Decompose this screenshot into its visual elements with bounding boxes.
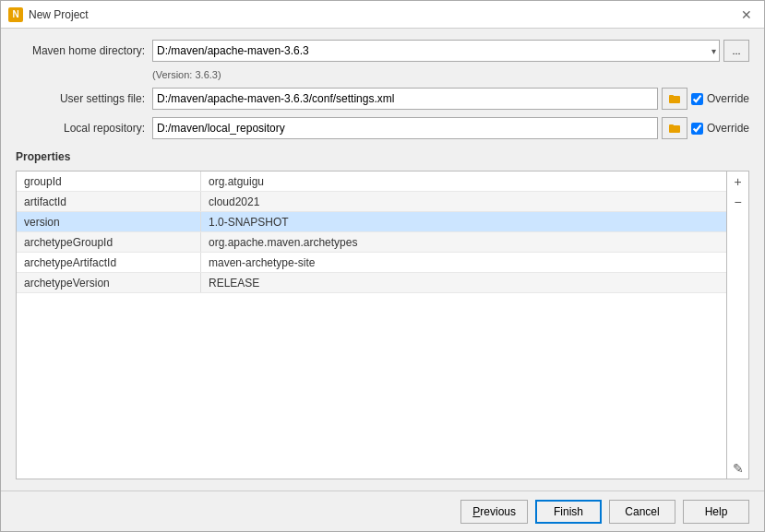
user-settings-override-label: Override [691, 92, 749, 105]
maven-home-select[interactable]: D:/maven/apache-maven-3.6.3 [152, 40, 720, 62]
properties-section-title: Properties [16, 150, 749, 163]
table-row[interactable]: groupId org.atguigu [17, 171, 726, 192]
folder-icon [668, 92, 681, 105]
table-row[interactable]: artifactId cloud2021 [17, 192, 726, 212]
previous-button[interactable]: Previous [460, 500, 528, 524]
property-key: archetypeArtifactId [17, 253, 201, 272]
user-settings-input[interactable] [152, 88, 658, 110]
user-settings-label: User settings file: [16, 92, 145, 105]
help-button[interactable]: Help [683, 500, 749, 524]
title-bar-left: N New Project [8, 7, 89, 22]
property-key: archetypeGroupId [17, 232, 201, 252]
property-value: cloud2021 [201, 192, 726, 211]
local-repo-browse-button[interactable] [662, 117, 687, 139]
table-row[interactable]: archetypeArtifactId maven-archetype-site [17, 253, 726, 273]
maven-version-hint: (Version: 3.6.3) [152, 69, 749, 80]
local-repo-override-checkbox[interactable] [691, 123, 703, 135]
property-value: org.atguigu [201, 171, 726, 191]
property-value: RELEASE [201, 273, 726, 292]
property-key: archetypeVersion [17, 273, 201, 292]
user-settings-browse-button[interactable] [662, 88, 687, 110]
folder-icon-2 [668, 122, 681, 135]
edit-property-button[interactable]: ✎ [727, 458, 748, 479]
local-repo-input-group: Override [152, 117, 749, 139]
property-key: artifactId [17, 192, 201, 211]
dialog-title: New Project [29, 8, 89, 21]
new-project-dialog: N New Project ✕ Maven home directory: D:… [0, 0, 765, 532]
svg-rect-1 [669, 95, 674, 97]
cancel-button[interactable]: Cancel [609, 500, 675, 524]
maven-select-wrapper: D:/maven/apache-maven-3.6.3 [152, 40, 720, 62]
property-value: 1.0-SNAPSHOT [201, 212, 726, 231]
remove-property-button[interactable]: − [727, 192, 748, 212]
app-icon: N [8, 7, 23, 22]
table-row[interactable]: archetypeGroupId org.apache.maven.archet… [17, 232, 726, 253]
properties-table: groupId org.atguigu artifactId cloud2021… [16, 171, 749, 479]
local-repo-label: Local repository: [16, 122, 145, 135]
property-key: version [17, 212, 201, 231]
table-actions: + − ✎ [726, 171, 748, 479]
close-button[interactable]: ✕ [736, 5, 757, 25]
maven-home-input-group: D:/maven/apache-maven-3.6.3 ... [152, 40, 749, 62]
local-repo-input[interactable] [152, 117, 658, 139]
table-row[interactable]: archetypeVersion RELEASE [17, 273, 726, 293]
local-repo-row: Local repository: Override [16, 117, 749, 139]
dialog-footer: Previous Finish Cancel Help [1, 491, 764, 531]
title-bar: N New Project ✕ [1, 1, 764, 29]
property-key: groupId [17, 171, 201, 191]
svg-rect-3 [669, 124, 674, 126]
user-settings-input-group: Override [152, 88, 749, 110]
maven-home-row: Maven home directory: D:/maven/apache-ma… [16, 40, 749, 62]
maven-home-label: Maven home directory: [16, 44, 145, 57]
add-property-button[interactable]: + [727, 171, 748, 192]
maven-browse-button[interactable]: ... [723, 40, 749, 62]
table-row[interactable]: version 1.0-SNAPSHOT [17, 212, 726, 232]
property-value: org.apache.maven.archetypes [201, 232, 726, 252]
dialog-content: Maven home directory: D:/maven/apache-ma… [1, 29, 764, 491]
local-repo-override-label: Override [691, 122, 749, 135]
user-settings-row: User settings file: Override [16, 88, 749, 110]
table-body: groupId org.atguigu artifactId cloud2021… [17, 171, 726, 479]
user-settings-override-checkbox[interactable] [691, 93, 703, 105]
svg-rect-2 [669, 125, 680, 133]
finish-button[interactable]: Finish [535, 500, 602, 524]
svg-rect-0 [669, 96, 680, 103]
property-value: maven-archetype-site [201, 253, 726, 272]
